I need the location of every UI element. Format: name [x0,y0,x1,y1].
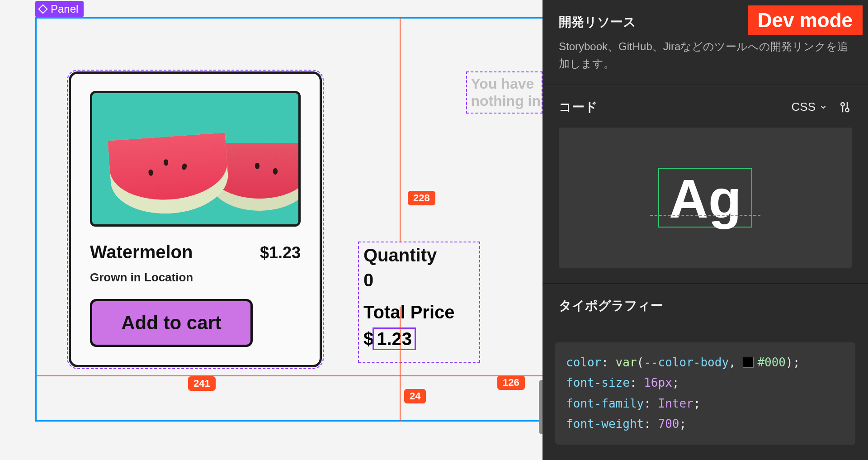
typography-section-title: タイポグラフィー [559,297,852,314]
product-subtitle: Grown in Location [90,270,301,285]
design-canvas[interactable]: Panel Watermelon $1.23 Grown in Location… [0,0,542,460]
measure-guide-horizontal [35,375,542,376]
measure-guide-vertical [400,17,401,242]
ghost-line-2: nothing in [471,92,541,109]
component-tag-label: Panel [51,3,78,15]
css-fn: var [616,356,637,369]
css-prop: font-weight [566,417,644,431]
total-price-prefix: $ [363,329,373,349]
css-value: Inter [658,397,693,410]
code-section-title: コード [559,99,598,116]
code-settings-icon[interactable] [838,100,852,114]
typography-css-block[interactable]: color: var(--color-body, #000); font-siz… [555,342,855,445]
component-diamond-icon [38,4,48,14]
measure-pill: 228 [408,191,435,205]
typography-sample-text: Ag [669,171,741,226]
product-image [90,91,301,227]
measure-pill: 126 [497,375,525,390]
canvas-scrollbar[interactable] [539,380,542,434]
code-language-label: CSS [792,100,816,114]
chevron-down-icon [819,103,827,111]
ghost-line-1: You have [471,75,541,92]
add-to-cart-button[interactable]: Add to cart [90,299,253,347]
css-prop: color [566,356,601,369]
code-section: コード CSS [542,85,868,284]
empty-cart-ghost-text: You have nothing in [466,71,542,114]
typography-section: タイポグラフィー [542,284,868,333]
svg-point-0 [841,103,844,106]
measure-pill: 241 [188,376,216,391]
quantity-value: 0 [363,270,475,290]
css-value: 16px [644,376,672,389]
component-tag[interactable]: Panel [35,1,84,17]
total-price-selected-text[interactable]: 1.23 [373,327,416,350]
css-prop: font-family [566,397,644,410]
css-hex: #000 [757,356,786,369]
inspector-panel: Dev mode 開発リソース Storybook、GitHub、Jiraなどの… [542,0,868,460]
dev-mode-badge: Dev mode [748,5,863,35]
css-value: 700 [658,417,679,431]
svg-point-3 [845,108,849,112]
css-var: --color-body [644,356,729,369]
product-card[interactable]: Watermelon $1.23 Grown in Location Add t… [69,71,322,367]
code-language-dropdown[interactable]: CSS [792,100,827,114]
css-prop: font-size [566,376,630,389]
product-price: $1.23 [260,243,301,262]
cart-summary[interactable]: Quantity 0 Total Price $1.23 [358,242,480,363]
total-price-label: Total Price [363,302,475,322]
watermelon-slice-front [108,133,230,218]
quantity-label: Quantity [363,245,475,266]
measure-pill: 24 [404,389,426,403]
typography-preview: Ag [559,128,852,268]
product-name: Watermelon [90,242,193,262]
total-price-value[interactable]: $1.23 [363,329,416,349]
color-swatch-icon [743,357,754,368]
measure-guide-vertical [400,307,401,422]
dev-resources-desc: Storybook、GitHub、Jiraなどのツールへの開発リンクを追加します… [559,38,852,73]
typography-preview-box: Ag [658,168,752,228]
